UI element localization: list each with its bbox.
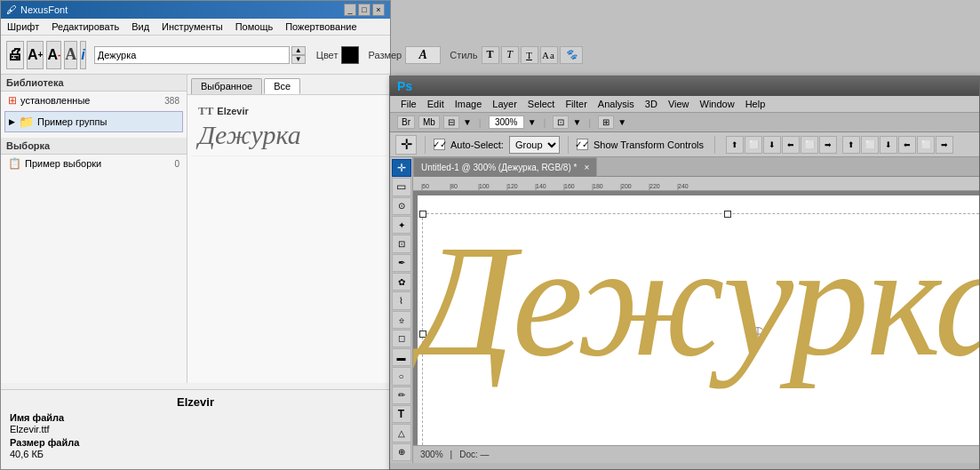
tool-marquee[interactable]: ▭: [392, 178, 411, 195]
tool-clone[interactable]: ⎒: [392, 311, 411, 329]
tool-pen[interactable]: ✏: [392, 386, 411, 404]
tab-selected[interactable]: Выбранное: [191, 78, 262, 94]
tool-move[interactable]: ✛: [392, 159, 411, 177]
menu-view[interactable]: Вид: [129, 20, 152, 33]
document-tab[interactable]: Untitled-1 @ 300% (Дежурка, RGB/8) * ×: [413, 157, 597, 177]
layout-btn[interactable]: ⊟: [443, 116, 459, 129]
auto-select-dropdown[interactable]: Group Layer: [509, 136, 560, 154]
move-tool-options-btn[interactable]: ✛: [395, 135, 417, 155]
tool-brush[interactable]: ⌇: [392, 291, 411, 309]
print-button[interactable]: 🖨: [6, 41, 24, 69]
zoom-separator2: |: [544, 117, 546, 128]
menu-tools[interactable]: Инструменты: [159, 20, 226, 33]
tool-healing[interactable]: ✿: [392, 273, 411, 291]
filesize-value: 40,6 КБ: [10, 449, 381, 459]
tool-zoom[interactable]: ⊕: [392, 443, 411, 461]
menu-analysis[interactable]: Analysis: [593, 97, 640, 111]
view-options-btn[interactable]: ⊡: [553, 116, 569, 129]
tool-dodge[interactable]: ○: [392, 367, 411, 385]
arrange-btn[interactable]: ⊞: [598, 116, 614, 129]
distribute-right-btn[interactable]: ➡: [936, 136, 953, 154]
tool-shape[interactable]: △: [392, 424, 411, 442]
menu-help[interactable]: Помощь: [233, 20, 276, 33]
font-item-elzevir[interactable]: TT Elzevir Дежурка: [191, 99, 386, 156]
sample-style-btn[interactable]: 🐾: [560, 46, 583, 64]
align-left-btn[interactable]: ⬅: [782, 136, 800, 154]
tool-text[interactable]: T: [392, 405, 411, 423]
menu-help[interactable]: Help: [740, 97, 771, 111]
font-search-input[interactable]: [94, 46, 290, 64]
bold-style-btn[interactable]: T: [482, 46, 499, 64]
tool-eraser[interactable]: ◻: [392, 330, 411, 347]
menu-image[interactable]: Image: [450, 97, 488, 111]
close-button[interactable]: ×: [372, 4, 385, 16]
color-picker[interactable]: [341, 46, 359, 64]
menu-edit[interactable]: Edit: [422, 97, 450, 111]
italic-style-btn[interactable]: T: [501, 46, 519, 64]
selection-label: Пример выборки: [25, 158, 101, 169]
underline-style-btn[interactable]: T: [521, 46, 538, 64]
menu-layer[interactable]: Layer: [487, 97, 522, 111]
ps-canvas: Дежурка: [418, 195, 979, 445]
auto-select-checkbox[interactable]: ✓: [434, 139, 445, 150]
arrange-dropdown[interactable]: ▼: [617, 117, 626, 127]
align-top-btn[interactable]: ⬆: [726, 136, 744, 154]
menu-edit[interactable]: Редактировать: [49, 20, 122, 33]
size-display[interactable]: A: [405, 46, 441, 64]
about-button[interactable]: i: [80, 41, 85, 69]
spacing-style-btn[interactable]: Aa: [540, 46, 558, 64]
tab-all[interactable]: Все: [264, 78, 300, 94]
distribute-center-h-btn[interactable]: ⬜: [917, 136, 935, 154]
zoom-dropdown[interactable]: ▼: [528, 117, 537, 127]
tool-magic-wand[interactable]: ✦: [392, 216, 411, 234]
filename-label: Имя файла: [10, 412, 381, 423]
sidebar-group[interactable]: ▶ 📁 Пример группы: [4, 111, 183, 132]
distribute-left-btn[interactable]: ⬅: [898, 136, 916, 154]
view-separator: |: [588, 117, 591, 128]
distribute-top-btn[interactable]: ⬆: [842, 136, 860, 154]
view-dropdown[interactable]: ▼: [572, 117, 581, 127]
menu-window[interactable]: Window: [695, 97, 740, 111]
tool-gradient[interactable]: ▬: [392, 348, 411, 366]
nexusfont-menubar: Шрифт Редактировать Вид Инструменты Помо…: [1, 19, 390, 36]
menu-3d[interactable]: 3D: [640, 97, 663, 111]
br-btn[interactable]: Br: [397, 116, 415, 129]
tool-crop[interactable]: ⊡: [392, 235, 411, 252]
tool-lasso[interactable]: ⊙: [392, 197, 411, 215]
add-font-button[interactable]: A+: [27, 41, 44, 69]
align-right-btn[interactable]: ➡: [819, 136, 837, 154]
menu-filter[interactable]: Filter: [560, 97, 592, 111]
layout-dropdown[interactable]: ▼: [463, 117, 472, 127]
font-scroll-up[interactable]: ▲: [291, 46, 306, 55]
menu-select[interactable]: Select: [522, 97, 561, 111]
distribute-center-v-btn[interactable]: ⬜: [861, 136, 879, 154]
show-transform-checkbox[interactable]: ✓: [577, 139, 588, 150]
font-info-button[interactable]: A: [64, 41, 77, 69]
minimize-button[interactable]: _: [344, 4, 356, 16]
mb-btn[interactable]: Mb: [418, 116, 440, 129]
ps-options-bar: ✛ ✓ Auto-Select: Group Layer ✓ Show Tran…: [390, 132, 979, 157]
installed-label: установленные: [20, 95, 90, 106]
sidebar-item-selection[interactable]: 📋 Пример выборки 0: [1, 155, 187, 172]
align-center-v-btn[interactable]: ⬜: [745, 136, 762, 154]
menu-view[interactable]: View: [663, 97, 695, 111]
sidebar-item-installed[interactable]: ⊞ установленные 388: [1, 92, 187, 109]
tool-eyedropper[interactable]: ✒: [392, 254, 411, 272]
zoom-display[interactable]: 300%: [489, 116, 524, 129]
menu-file[interactable]: File: [395, 97, 422, 111]
window-controls: _ □ ×: [344, 4, 385, 16]
selection-header: Выборка: [1, 138, 187, 155]
font-scroll-down[interactable]: ▼: [291, 55, 306, 64]
nexusfont-title: NexusFont: [20, 4, 68, 15]
align-bottom-btn[interactable]: ⬇: [763, 136, 781, 154]
align-center-h-btn[interactable]: ⬜: [801, 136, 818, 154]
move-icon: ✛: [401, 136, 412, 153]
menu-font[interactable]: Шрифт: [4, 20, 42, 33]
ps-canvas-content[interactable]: Дежурка: [413, 191, 979, 445]
ps-toolbox: ✛ ▭ ⊙ ✦ ⊡ ✒ ✿ ⌇ ⎒ ◻ ▬ ○ ✏ T △ ⊕: [390, 157, 413, 463]
distribute-bottom-btn[interactable]: ⬇: [880, 136, 897, 154]
remove-font-button[interactable]: A-: [46, 41, 61, 69]
maximize-button[interactable]: □: [358, 4, 370, 16]
menu-donate[interactable]: Пожертвование: [283, 20, 359, 33]
document-close[interactable]: ×: [584, 163, 589, 172]
